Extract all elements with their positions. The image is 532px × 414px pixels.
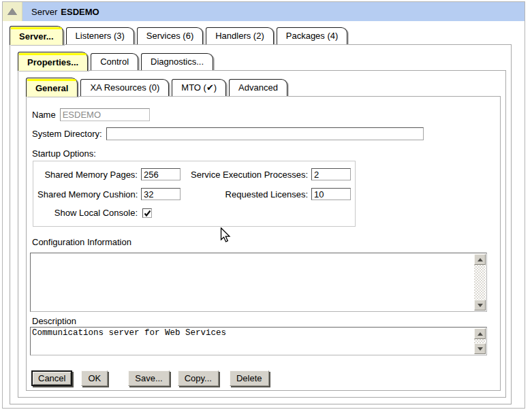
- tab-properties[interactable]: Properties...: [18, 52, 88, 71]
- description-text: Communications server for Web Services: [32, 328, 473, 354]
- name-label: Name: [32, 110, 56, 120]
- shared-memory-pages-label: Shared Memory Pages:: [37, 170, 141, 180]
- requested-licenses-input[interactable]: [311, 188, 351, 200]
- description-label: Description: [32, 316, 76, 326]
- tab-mto[interactable]: MTO (✔): [172, 79, 226, 96]
- shared-memory-cushion-label: Shared Memory Cushion:: [37, 189, 141, 200]
- shared-memory-cushion-input[interactable]: [141, 188, 181, 200]
- requested-licenses-label: Requested Licenses:: [183, 189, 311, 200]
- tab-handlers[interactable]: Handlers (2): [206, 27, 274, 44]
- show-local-console-checkbox[interactable]: [142, 208, 152, 218]
- tab-row-server: Server... Listeners (3) Services (6) Han…: [10, 26, 347, 45]
- description-scrollbar[interactable]: [474, 328, 486, 354]
- system-directory-label: System Directory:: [32, 129, 102, 139]
- name-input[interactable]: [60, 108, 150, 121]
- cancel-button[interactable]: Cancel: [31, 370, 72, 386]
- tab-listeners[interactable]: Listeners (3): [66, 27, 134, 44]
- title-prefix: Server: [31, 7, 57, 17]
- title-bar: Server ESDEMO: [22, 2, 525, 21]
- save-button[interactable]: Save...: [128, 370, 169, 386]
- arrow-down-icon: [478, 304, 483, 307]
- tab-general[interactable]: General: [26, 78, 78, 97]
- tab-packages[interactable]: Packages (4): [277, 27, 348, 44]
- arrow-up-icon: [478, 332, 483, 336]
- triangle-up-icon: [7, 8, 17, 15]
- configuration-information-scrollbar[interactable]: [474, 254, 486, 310]
- scroll-up-button[interactable]: [474, 328, 486, 339]
- shared-memory-pages-input[interactable]: [141, 168, 181, 180]
- show-local-console-label: Show Local Console:: [37, 208, 141, 218]
- server-admin-window: Server ESDEMO Server... Listeners (3) Se…: [2, 1, 525, 409]
- service-execution-processes-input[interactable]: [311, 168, 351, 180]
- delete-button[interactable]: Delete: [230, 370, 269, 386]
- description-textarea[interactable]: Communications server for Web Services: [30, 327, 487, 355]
- system-directory-row: System Directory:: [32, 127, 424, 140]
- ok-button[interactable]: OK: [81, 370, 108, 386]
- screen: Server ESDEMO Server... Listeners (3) Se…: [0, 0, 532, 414]
- name-row: Name: [32, 108, 150, 121]
- collapse-button[interactable]: [3, 2, 22, 21]
- scroll-down-button[interactable]: [474, 343, 486, 354]
- button-row: Cancel OK Save... Copy... Delete: [31, 370, 269, 386]
- tab-row-general: General XA Resources (0) MTO (✔) Advance…: [26, 78, 287, 97]
- tab-services[interactable]: Services (6): [137, 27, 203, 44]
- tab-advanced[interactable]: Advanced: [229, 79, 287, 96]
- copy-button[interactable]: Copy...: [178, 370, 219, 386]
- system-directory-input[interactable]: [106, 127, 424, 140]
- tab-row-properties: Properties... Control Diagnostics...: [18, 52, 213, 71]
- arrow-up-icon: [478, 258, 483, 261]
- configuration-information-text: [32, 254, 473, 310]
- tab-server[interactable]: Server...: [10, 26, 63, 45]
- title-server-name: ESDEMO: [61, 7, 99, 17]
- arrow-down-icon: [478, 347, 483, 351]
- tab-control[interactable]: Control: [91, 53, 138, 70]
- scroll-down-button[interactable]: [474, 300, 486, 310]
- startup-options-group: Shared Memory Pages: Service Execution P…: [33, 161, 356, 227]
- tab-xa-resources[interactable]: XA Resources (0): [80, 79, 169, 96]
- checkmark-icon: [144, 210, 151, 217]
- general-panel: Name System Directory: Startup Options: …: [26, 96, 501, 391]
- header-row: Server ESDEMO: [3, 2, 525, 21]
- configuration-information-label: Configuration Information: [32, 237, 131, 247]
- scroll-up-button[interactable]: [474, 254, 486, 265]
- configuration-information-textarea[interactable]: [30, 253, 487, 312]
- tab-diagnostics[interactable]: Diagnostics...: [141, 53, 213, 70]
- service-execution-processes-label: Service Execution Processes:: [183, 170, 311, 180]
- startup-options-label: Startup Options:: [32, 148, 96, 159]
